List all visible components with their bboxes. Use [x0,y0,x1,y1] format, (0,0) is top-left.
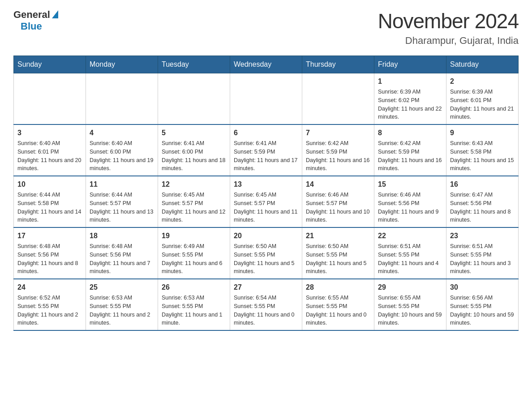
calendar-cell: 2Sunrise: 6:39 AMSunset: 6:01 PMDaylight… [446,73,519,125]
day-number: 8 [378,128,442,138]
calendar-cell: 3Sunrise: 6:40 AMSunset: 6:01 PMDaylight… [14,124,86,176]
calendar-cell: 1Sunrise: 6:39 AMSunset: 6:02 PMDaylight… [374,73,446,125]
day-number: 3 [17,128,82,138]
calendar-week-row: 1Sunrise: 6:39 AMSunset: 6:02 PMDaylight… [14,73,519,125]
calendar-week-row: 17Sunrise: 6:48 AMSunset: 5:56 PMDayligh… [14,227,519,279]
calendar-cell: 15Sunrise: 6:46 AMSunset: 5:56 PMDayligh… [374,176,446,227]
calendar-cell: 28Sunrise: 6:55 AMSunset: 5:55 PMDayligh… [302,279,374,330]
calendar-cell: 14Sunrise: 6:46 AMSunset: 5:57 PMDayligh… [302,176,374,227]
day-info: Sunrise: 6:43 AMSunset: 5:58 PMDaylight:… [450,139,515,173]
weekday-header-saturday: Saturday [446,56,519,73]
calendar-week-row: 3Sunrise: 6:40 AMSunset: 6:01 PMDaylight… [14,124,519,176]
day-info: Sunrise: 6:50 AMSunset: 5:55 PMDaylight:… [234,242,298,276]
calendar-cell: 11Sunrise: 6:44 AMSunset: 5:57 PMDayligh… [86,176,158,227]
calendar-cell: 7Sunrise: 6:42 AMSunset: 5:59 PMDaylight… [302,124,374,176]
day-info: Sunrise: 6:53 AMSunset: 5:55 PMDaylight:… [90,294,154,327]
calendar-cell: 22Sunrise: 6:51 AMSunset: 5:55 PMDayligh… [374,227,446,279]
day-info: Sunrise: 6:41 AMSunset: 5:59 PMDaylight:… [234,139,298,173]
day-number: 6 [234,128,298,138]
calendar-cell: 13Sunrise: 6:45 AMSunset: 5:57 PMDayligh… [230,176,302,227]
calendar-cell: 23Sunrise: 6:51 AMSunset: 5:55 PMDayligh… [446,227,519,279]
day-info: Sunrise: 6:55 AMSunset: 5:55 PMDaylight:… [378,294,442,327]
day-number: 21 [306,231,370,241]
weekday-header-monday: Monday [86,56,158,73]
day-number: 17 [17,231,82,241]
calendar-cell [158,73,230,125]
day-info: Sunrise: 6:52 AMSunset: 5:55 PMDaylight:… [17,294,82,327]
day-info: Sunrise: 6:56 AMSunset: 5:55 PMDaylight:… [450,294,515,327]
day-number: 16 [450,179,515,190]
day-info: Sunrise: 6:45 AMSunset: 5:57 PMDaylight:… [162,191,226,224]
calendar-cell: 16Sunrise: 6:47 AMSunset: 5:56 PMDayligh… [446,176,519,227]
day-info: Sunrise: 6:49 AMSunset: 5:55 PMDaylight:… [162,242,226,276]
calendar-body: 1Sunrise: 6:39 AMSunset: 6:02 PMDaylight… [14,73,519,331]
day-info: Sunrise: 6:46 AMSunset: 5:57 PMDaylight:… [306,191,370,224]
calendar-cell [302,73,374,125]
calendar-cell [14,73,86,125]
day-info: Sunrise: 6:39 AMSunset: 6:01 PMDaylight:… [450,88,515,121]
weekday-header-sunday: Sunday [14,56,86,73]
day-info: Sunrise: 6:46 AMSunset: 5:56 PMDaylight:… [378,191,442,224]
calendar-cell: 10Sunrise: 6:44 AMSunset: 5:58 PMDayligh… [14,176,86,227]
page-header: General Blue November 2024 Dharampur, Gu… [13,9,519,47]
day-number: 7 [306,128,370,138]
day-number: 2 [450,76,515,87]
calendar-cell [86,73,158,125]
day-number: 30 [450,282,515,293]
calendar-cell: 25Sunrise: 6:53 AMSunset: 5:55 PMDayligh… [86,279,158,330]
weekday-header-tuesday: Tuesday [158,56,230,73]
day-number: 13 [234,179,298,190]
weekday-header-wednesday: Wednesday [230,56,302,73]
day-number: 27 [234,282,298,293]
calendar-cell: 27Sunrise: 6:54 AMSunset: 5:55 PMDayligh… [230,279,302,330]
day-number: 4 [90,128,154,138]
logo-general-text: General [13,9,50,21]
day-number: 22 [378,231,442,241]
weekday-header-row: SundayMondayTuesdayWednesdayThursdayFrid… [14,56,519,73]
title-block: November 2024 Dharampur, Gujarat, India [378,9,519,47]
day-info: Sunrise: 6:48 AMSunset: 5:56 PMDaylight:… [90,242,154,276]
day-number: 15 [378,179,442,190]
calendar-cell: 5Sunrise: 6:41 AMSunset: 6:00 PMDaylight… [158,124,230,176]
location-subtitle: Dharampur, Gujarat, India [378,35,519,47]
calendar-cell: 26Sunrise: 6:53 AMSunset: 5:55 PMDayligh… [158,279,230,330]
day-number: 19 [162,231,226,241]
calendar-header: SundayMondayTuesdayWednesdayThursdayFrid… [14,56,519,73]
day-number: 1 [378,76,442,87]
day-info: Sunrise: 6:53 AMSunset: 5:55 PMDaylight:… [162,294,226,327]
month-year-title: November 2024 [378,9,519,33]
calendar-cell: 8Sunrise: 6:42 AMSunset: 5:59 PMDaylight… [374,124,446,176]
day-number: 12 [162,179,226,190]
day-number: 14 [306,179,370,190]
calendar-cell: 6Sunrise: 6:41 AMSunset: 5:59 PMDaylight… [230,124,302,176]
day-info: Sunrise: 6:42 AMSunset: 5:59 PMDaylight:… [378,139,442,173]
day-info: Sunrise: 6:44 AMSunset: 5:57 PMDaylight:… [90,191,154,224]
day-number: 28 [306,282,370,293]
day-number: 11 [90,179,154,190]
day-number: 18 [90,231,154,241]
day-number: 5 [162,128,226,138]
calendar-cell: 20Sunrise: 6:50 AMSunset: 5:55 PMDayligh… [230,227,302,279]
calendar-cell: 12Sunrise: 6:45 AMSunset: 5:57 PMDayligh… [158,176,230,227]
day-number: 23 [450,231,515,241]
day-info: Sunrise: 6:51 AMSunset: 5:55 PMDaylight:… [378,242,442,276]
logo-blue-text: Blue [21,21,42,32]
day-info: Sunrise: 6:39 AMSunset: 6:02 PMDaylight:… [378,88,442,121]
calendar-cell [230,73,302,125]
day-info: Sunrise: 6:55 AMSunset: 5:55 PMDaylight:… [306,294,370,327]
calendar-cell: 17Sunrise: 6:48 AMSunset: 5:56 PMDayligh… [14,227,86,279]
day-number: 29 [378,282,442,293]
day-info: Sunrise: 6:47 AMSunset: 5:56 PMDaylight:… [450,191,515,224]
weekday-header-friday: Friday [374,56,446,73]
weekday-header-thursday: Thursday [302,56,374,73]
day-number: 25 [90,282,154,293]
day-number: 20 [234,231,298,241]
day-info: Sunrise: 6:40 AMSunset: 6:01 PMDaylight:… [17,139,82,173]
day-info: Sunrise: 6:42 AMSunset: 5:59 PMDaylight:… [306,139,370,173]
day-info: Sunrise: 6:41 AMSunset: 6:00 PMDaylight:… [162,139,226,173]
day-info: Sunrise: 6:48 AMSunset: 5:56 PMDaylight:… [17,242,82,276]
calendar-cell: 9Sunrise: 6:43 AMSunset: 5:58 PMDaylight… [446,124,519,176]
day-number: 26 [162,282,226,293]
calendar-cell: 24Sunrise: 6:52 AMSunset: 5:55 PMDayligh… [14,279,86,330]
calendar-table: SundayMondayTuesdayWednesdayThursdayFrid… [13,56,519,331]
